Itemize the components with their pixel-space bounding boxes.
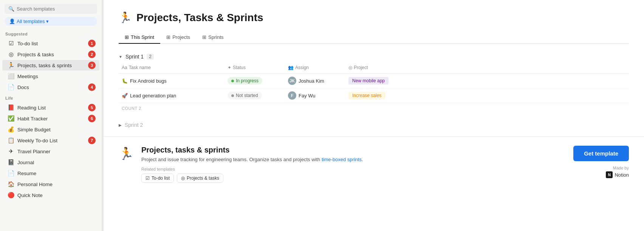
sidebar-item-reading-list[interactable]: 📕 Reading List 5 (2, 102, 99, 113)
badge-4: 4 (88, 83, 96, 91)
notion-name: Notion (615, 172, 629, 178)
get-template-button[interactable]: Get template (573, 146, 629, 161)
page-title: Projects, Tasks & Sprints (136, 12, 263, 24)
table-row[interactable]: 🐛 Fix Android bugs In progress JK Joshua… (119, 74, 629, 88)
sidebar-item-travel-planner[interactable]: ✈ Travel Planner (2, 146, 99, 157)
col-label: Project (354, 65, 368, 70)
project-cell: Increase sales (345, 89, 413, 102)
tabs: ⊞ This Sprint ⊞ Projects ⊞ Sprints (119, 31, 629, 44)
reading-icon: 📕 (8, 104, 14, 111)
sidebar-item-personal-home[interactable]: 🏠 Personal Home (2, 179, 99, 189)
sprint2-section: ▶ Sprint 2 (119, 120, 629, 130)
col-label: Task name (129, 65, 151, 70)
sidebar-item-label: Habit Tracker (17, 116, 48, 122)
resume-icon: 📄 (8, 170, 14, 177)
sidebar-item-journal[interactable]: 📓 Journal (2, 157, 99, 168)
panel-icon: 🏃 (119, 146, 134, 161)
panel-title: Projects, tasks & sprints (141, 146, 553, 154)
panel-right: Get template Made by N Notion (561, 146, 629, 178)
sprint1-header[interactable]: ▼ Sprint 1 2 (119, 51, 629, 62)
col-project: ◎ Project (345, 63, 413, 72)
sidebar-item-resume[interactable]: 📄 Resume (2, 168, 99, 179)
suggested-label: Suggested (0, 29, 102, 38)
task-name: Fix Android bugs (130, 78, 167, 84)
sidebar-item-label: Resume (17, 171, 36, 176)
sidebar-item-meetings[interactable]: ⬜ Meetings (2, 71, 99, 82)
search-icon: 🔍 (8, 6, 14, 12)
status-cell: In progress (224, 74, 285, 88)
tab-this-sprint[interactable]: ⊞ This Sprint (119, 31, 160, 44)
task-name-cell: 🚀 Lead generation plan (119, 90, 224, 102)
tab-label: Projects (172, 34, 190, 40)
sprint2-label: Sprint 2 (125, 122, 143, 128)
sprint2-header[interactable]: ▶ Sprint 2 (119, 120, 629, 130)
status-badge: In progress (228, 77, 262, 85)
related-chip-todo[interactable]: ☑ To-do list (141, 174, 174, 183)
budget-icon: 💰 (8, 126, 14, 133)
sprint1-label: Sprint 1 (125, 54, 144, 60)
col-assign: 👥 Assign (285, 63, 345, 72)
notion-logo: N (606, 171, 613, 178)
sidebar-item-quick-note[interactable]: 🔴 Quick Note (2, 190, 99, 200)
table-row[interactable]: 🚀 Lead generation plan Not started F Fay… (119, 88, 629, 103)
project-badge: New mobile app (348, 77, 389, 85)
home-icon: 🏠 (8, 181, 14, 188)
chip-icon: ◎ (181, 176, 185, 181)
status-badge: Not started (228, 92, 262, 99)
assignee-name: Joshua Kim (299, 78, 324, 84)
sidebar-item-docs[interactable]: 📄 Docs 4 (2, 82, 99, 92)
avatar: F (288, 91, 296, 100)
status-cell: Not started (224, 89, 285, 102)
made-by-label: Made by (606, 166, 629, 170)
chip-label: Projects & tasks (187, 176, 219, 181)
sprint-link[interactable]: time-boxed sprints (322, 157, 362, 162)
tab-sprints[interactable]: ⊞ Sprints (196, 31, 229, 44)
tab-label: Sprints (208, 34, 223, 40)
docs-icon: 📄 (8, 84, 14, 91)
meetings-icon: ⬜ (8, 73, 14, 80)
life-label: Life (0, 93, 102, 102)
status-dot (231, 80, 234, 82)
habit-icon: ✅ (8, 115, 14, 122)
travel-icon: ✈ (8, 148, 14, 155)
sprints-icon: 🏃 (8, 62, 14, 69)
page-title-icon: 🏃 (119, 11, 132, 24)
sidebar-item-projects-tasks[interactable]: ◎ Projects & tasks 2 (2, 49, 99, 60)
main-content: 🏃 Projects, Tasks & Sprints ⊞ This Sprin… (104, 0, 644, 231)
sidebar-item-label: Projects, tasks & sprints (17, 63, 72, 68)
sidebar-item-label: Simple Budget (17, 127, 51, 132)
made-by-name: N Notion (606, 171, 629, 178)
sidebar-item-todo[interactable]: ☑ To-do list 1 (2, 38, 99, 49)
search-bar[interactable]: 🔍 (5, 4, 97, 14)
weekly-icon: 📋 (8, 137, 14, 144)
col-label: Status (233, 65, 246, 70)
related-chip-projects[interactable]: ◎ Projects & tasks (177, 174, 223, 183)
assign-cell: JK Joshua Kim (285, 74, 345, 88)
life-section: Life 📕 Reading List 5 ✅ Habit Tracker 6 … (0, 93, 102, 201)
chevron-down-icon: ▾ (46, 18, 49, 24)
col-label: Assign (295, 65, 309, 70)
col-icon: 👥 (288, 65, 294, 70)
filter-label: All templates (17, 18, 45, 24)
sidebar-item-label: Reading List (17, 105, 46, 111)
badge-2: 2 (88, 51, 96, 58)
person-icon: 👤 (9, 18, 15, 24)
sidebar-item-simple-budget[interactable]: 💰 Simple Budget (2, 124, 99, 135)
badge-7: 7 (88, 137, 96, 144)
badge-1: 1 (88, 40, 96, 47)
tab-projects[interactable]: ⊞ Projects (160, 31, 196, 44)
collapse-triangle: ▶ (119, 123, 122, 127)
collapse-triangle: ▼ (119, 55, 122, 59)
avatar: JK (288, 77, 296, 85)
search-input[interactable] (17, 6, 93, 12)
page-title-block: 🏃 Projects, Tasks & Sprints (119, 11, 629, 24)
project-cell: New mobile app (345, 74, 413, 88)
sidebar-item-weekly-todo[interactable]: 📋 Weekly To-do List 7 (2, 135, 99, 146)
sprint1-section: ▼ Sprint 1 2 Aa Task name ✦ Status 👥 Ass… (119, 51, 629, 114)
sidebar-item-label: Meetings (17, 74, 38, 79)
projects-icon: ◎ (8, 51, 14, 58)
sidebar-item-projects-tasks-sprints[interactable]: 🏃 Projects, tasks & sprints 3 (2, 60, 99, 71)
filter-button[interactable]: 👤 All templates ▾ (5, 17, 97, 26)
sidebar-item-habit-tracker[interactable]: ✅ Habit Tracker 6 (2, 113, 99, 124)
sidebar-item-label: Projects & tasks (17, 52, 54, 57)
